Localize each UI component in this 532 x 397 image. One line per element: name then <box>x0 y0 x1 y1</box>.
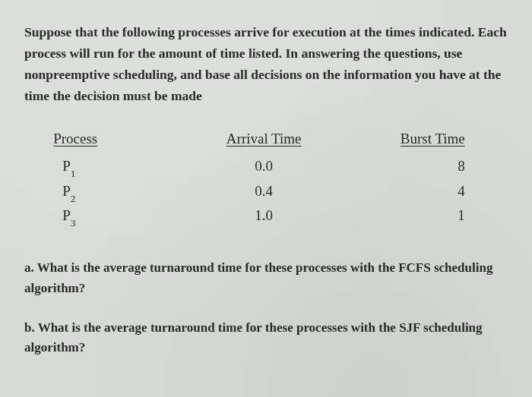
cell-arrival: 0.4 <box>194 180 334 205</box>
problem-intro: Suppose that the following processes arr… <box>24 21 508 106</box>
cell-burst: 4 <box>334 180 479 205</box>
cell-arrival: 1.0 <box>194 204 334 229</box>
cell-process: P3 <box>53 204 194 229</box>
process-table: Process Arrival Time Burst Time P1 0.0 8… <box>53 131 479 229</box>
table-header-row: Process Arrival Time Burst Time <box>53 131 479 150</box>
header-process: Process <box>53 131 194 150</box>
question-b: b. What is the average turnaround time f… <box>24 318 508 358</box>
header-burst-time: Burst Time <box>334 131 479 150</box>
cell-burst: 8 <box>334 155 479 180</box>
question-a: a. What is the average turnaround time f… <box>24 258 508 298</box>
header-arrival-time: Arrival Time <box>194 131 334 150</box>
cell-burst: 1 <box>334 204 479 229</box>
table-body: P1 0.0 8 P2 0.4 4 P3 1.0 1 <box>53 155 479 229</box>
table-row: P2 0.4 4 <box>53 180 479 205</box>
table-row: P1 0.0 8 <box>53 155 479 180</box>
table-row: P3 1.0 1 <box>53 204 479 229</box>
cell-arrival: 0.0 <box>194 155 334 180</box>
cell-process: P1 <box>53 155 194 180</box>
cell-process: P2 <box>53 180 194 205</box>
